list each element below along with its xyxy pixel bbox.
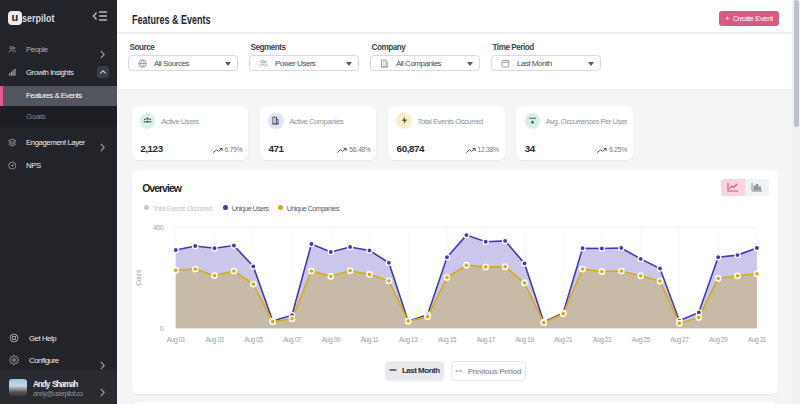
svg-text:Aug 19: Aug 19 [515, 336, 534, 344]
svg-text:Aug 01: Aug 01 [166, 336, 185, 344]
svg-text:Aug 09: Aug 09 [321, 336, 340, 344]
svg-text:Count: Count [135, 269, 142, 285]
svg-text:Aug 05: Aug 05 [244, 336, 263, 344]
svg-text:0: 0 [159, 325, 163, 332]
svg-text:Aug 17: Aug 17 [476, 336, 495, 344]
svg-text:Aug 07: Aug 07 [283, 336, 302, 344]
svg-text:Aug 21: Aug 21 [554, 336, 573, 344]
svg-text:Aug 13: Aug 13 [399, 336, 418, 344]
svg-text:Aug 15: Aug 15 [438, 336, 457, 344]
svg-text:Aug 11: Aug 11 [360, 336, 378, 344]
svg-text:Aug 31: Aug 31 [747, 336, 766, 344]
svg-text:Aug 25: Aug 25 [631, 336, 650, 344]
svg-text:400: 400 [153, 224, 163, 231]
svg-text:Aug 03: Aug 03 [205, 336, 224, 344]
svg-text:Aug 27: Aug 27 [670, 336, 689, 344]
svg-text:Aug 23: Aug 23 [592, 336, 611, 344]
svg-text:Aug 29: Aug 29 [709, 336, 728, 344]
